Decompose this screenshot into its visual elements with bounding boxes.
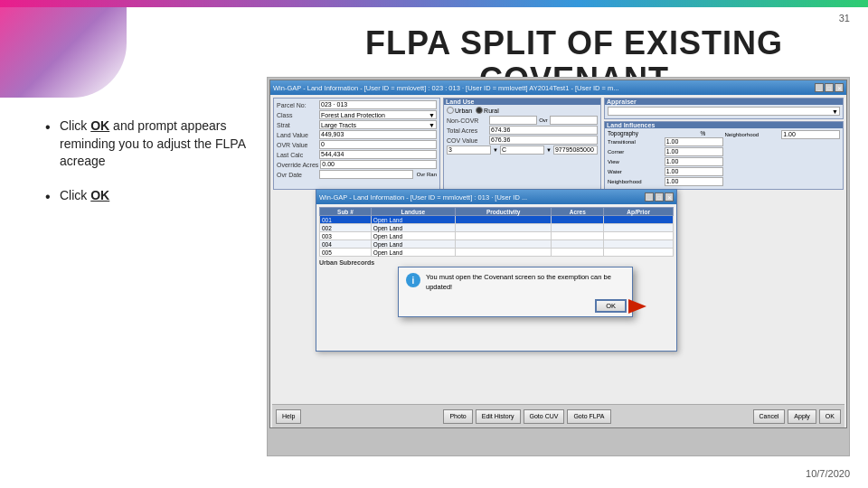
apply-button[interactable]: Apply xyxy=(788,409,816,424)
ok-main-button[interactable]: OK xyxy=(819,409,841,424)
cov-value: 676.36 xyxy=(489,136,598,145)
ok-button-arrow xyxy=(628,299,646,314)
appraiser-box: Appraiser ▼ xyxy=(604,98,844,119)
cell-landuse: Open Land xyxy=(371,224,455,232)
arrow-down-2: ▼ xyxy=(546,147,552,153)
page-number: 31 xyxy=(839,13,850,23)
arrow-down-1: ▼ xyxy=(493,147,498,153)
parcel-c[interactable]: C xyxy=(500,145,544,155)
land-value-row: Land Value 449,903 xyxy=(277,130,437,139)
minimize-button[interactable]: _ xyxy=(815,83,824,92)
class-value[interactable]: Forest Land Protection▼ xyxy=(319,110,437,119)
appraiser-dropdown[interactable]: ▼ xyxy=(608,107,840,116)
alert-message: You must open the Covenant screen so the… xyxy=(426,273,625,292)
bottom-right-buttons: Cancel Apply OK xyxy=(753,409,841,424)
left-decorative-accent xyxy=(0,7,127,98)
cell-ap xyxy=(604,216,674,224)
sub-maximize-btn[interactable]: □ xyxy=(655,192,664,202)
influence-col2: Neighborhood 1.00 xyxy=(725,130,841,187)
sub-window-titlebar: Win-GAP - Land Information - [User ID = … xyxy=(316,190,676,204)
influence-table: Topography % Transitional 1.00 Corner xyxy=(608,130,840,187)
transitional-label: Transitional xyxy=(608,139,663,145)
corner-val: 1.00 xyxy=(665,147,723,156)
corner-row: Corner 1.00 xyxy=(608,147,723,156)
goto-cuv-button[interactable]: Goto CUV xyxy=(524,409,565,424)
bullet-list: Click OK and prompt appears reminding yo… xyxy=(45,117,253,221)
total-acres-value: 674.36 xyxy=(489,126,598,135)
wingap-title-text: Win-GAP - Land Information - [User ID = … xyxy=(273,84,619,92)
class-row: Class Forest Land Protection▼ xyxy=(277,110,437,119)
title-line1: FLPA SPLIT OF EXISTING xyxy=(365,24,783,61)
corner-label: Corner xyxy=(608,149,663,155)
close-button[interactable]: ✕ xyxy=(835,83,844,92)
alert-ok-button[interactable]: OK xyxy=(595,299,627,313)
transitional-val: 1.00 xyxy=(665,137,723,146)
last-calc-value: 544,434 xyxy=(319,150,437,159)
cell-prod xyxy=(455,224,552,232)
help-button[interactable]: Help xyxy=(276,409,301,424)
situs-value: 97795085000 xyxy=(553,145,598,155)
table-row[interactable]: 005 Open Land xyxy=(320,249,674,257)
non-covr-value xyxy=(489,116,537,125)
cancel-button[interactable]: Cancel xyxy=(753,409,786,424)
land-use-box: Land Use Urban Rural xyxy=(443,98,601,190)
photo-button[interactable]: Photo xyxy=(443,409,472,424)
parcel-label: Parcel No: xyxy=(277,102,317,108)
cell-sub: 003 xyxy=(320,232,372,240)
cell-sub: 001 xyxy=(320,216,372,224)
neighborhood-row: Neighborhood 1.00 xyxy=(608,177,723,186)
view-val: 1.00 xyxy=(665,157,723,166)
rural-radio[interactable]: Rural xyxy=(476,107,499,114)
land-influence-title: Land Influences xyxy=(605,122,843,128)
water-row: Water 1.00 xyxy=(608,167,723,176)
top-decorative-bar xyxy=(0,0,868,7)
sub-minimize-btn[interactable]: _ xyxy=(645,192,654,202)
table-header-ap: Ap/Prior xyxy=(604,208,674,216)
table-header-sub: Sub # xyxy=(320,208,372,216)
table-row[interactable]: 002 Open Land xyxy=(320,224,674,232)
cell-ap xyxy=(604,240,674,249)
non-covr-label: Non-COVR xyxy=(447,117,487,124)
table-row[interactable]: 003 Open Land xyxy=(320,232,674,240)
table-row[interactable]: 001 Open Land xyxy=(320,216,674,224)
sub-close-btn[interactable]: ✕ xyxy=(665,192,674,202)
sub-window: Win-GAP - Land Information - [User ID = … xyxy=(316,189,677,352)
cell-prod xyxy=(455,240,552,249)
info-icon: i xyxy=(406,273,420,287)
footer-date: 10/7/2020 xyxy=(806,468,850,479)
table-header-productivity: Productivity xyxy=(455,208,552,216)
override-acres-row: Override Acres 0.00 xyxy=(277,160,437,169)
edit-history-button[interactable]: Edit History xyxy=(476,409,521,424)
strat-label: Strat xyxy=(277,122,317,128)
cell-landuse: Open Land xyxy=(371,232,455,240)
bottom-center-buttons: Photo Edit History Goto CUV Goto FLPA xyxy=(443,409,610,424)
cell-ap xyxy=(604,249,674,257)
wingap-body: Parcel No: 023 · 013 Class Forest Land P… xyxy=(270,95,846,427)
neighborhood2-row: Neighborhood 1.00 xyxy=(725,130,841,139)
sub-window-title: Win-GAP - Land Information - [User ID = … xyxy=(319,193,527,202)
ovr-date-row: Ovr Date Ovr Ran xyxy=(277,170,437,179)
cov-row: COV Value 676.36 xyxy=(447,136,598,145)
water-val: 1.00 xyxy=(665,167,723,176)
non-covr-row: Non-COVR Ovr xyxy=(447,116,598,125)
table-row[interactable]: 004 Open Land xyxy=(320,240,674,249)
parcel-num1[interactable]: 3 xyxy=(447,145,491,155)
urban-radio[interactable]: Urban xyxy=(447,107,472,114)
cell-acres xyxy=(552,216,604,224)
view-row: View 1.00 xyxy=(608,157,723,166)
maximize-button[interactable]: □ xyxy=(825,83,834,92)
sub-window-body: Sub # Landuse Productivity Acres Ap/Prio… xyxy=(316,204,676,268)
cell-sub: 002 xyxy=(320,224,372,232)
strat-value[interactable]: Large Tracts▼ xyxy=(319,120,437,129)
cov-label: COV Value xyxy=(447,137,487,144)
total-acres-row: Total Acres 674.36 xyxy=(447,126,598,135)
alert-dialog: i You must open the Covenant screen so t… xyxy=(398,267,633,317)
override-acres-value: 0.00 xyxy=(320,160,437,169)
goto-flpa-button[interactable]: Goto FLPA xyxy=(567,409,610,424)
wingap-application: Win-GAP - Land Information - [User ID = … xyxy=(268,78,849,455)
sub-window-controls: _ □ ✕ xyxy=(645,192,674,202)
topo-row: Topography % xyxy=(608,130,723,136)
ovr-small-label: Ovr xyxy=(539,117,548,123)
ovr-value: 0 xyxy=(319,140,437,149)
subrecords-table: Sub # Landuse Productivity Acres Ap/Prio… xyxy=(319,207,674,257)
